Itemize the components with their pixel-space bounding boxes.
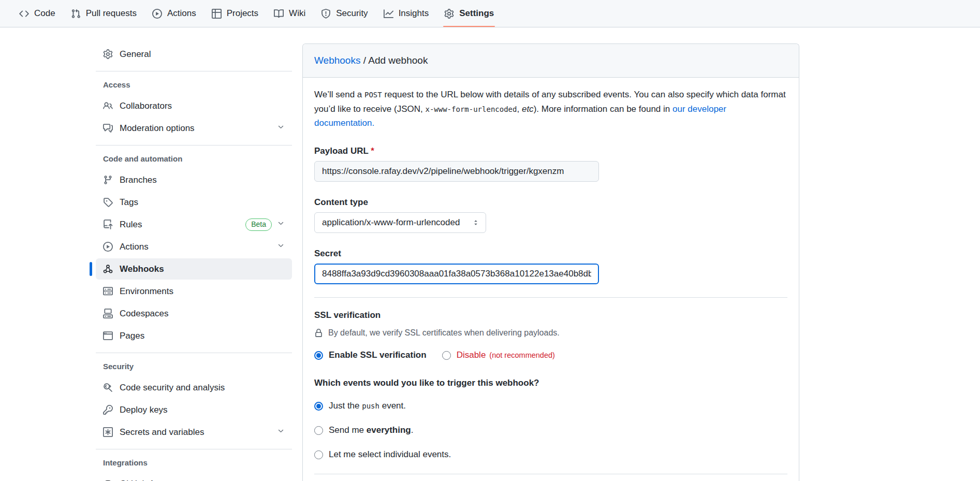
- secret-input[interactable]: [314, 264, 599, 284]
- sidebar-item-label: Tags: [120, 197, 138, 208]
- enable-ssl-radio[interactable]: Enable SSL verification: [314, 350, 427, 360]
- sidebar-item-code-security-and-analysis[interactable]: Code security and analysis: [96, 377, 292, 398]
- sidebar-item-secrets-and-variables[interactable]: Secrets and variables: [96, 421, 292, 443]
- intro-text: .: [372, 118, 375, 128]
- sidebar-item-label: Webhooks: [120, 264, 164, 274]
- gear-icon: [103, 49, 113, 59]
- sidebar-item-tags[interactable]: Tags: [96, 192, 292, 213]
- tab-label: Actions: [167, 8, 196, 19]
- sidebar-item-label: Environments: [120, 286, 173, 297]
- shield-icon: [321, 9, 331, 19]
- sidebar-item-collaborators[interactable]: Collaborators: [96, 95, 292, 116]
- sidebar-item-label: Moderation options: [120, 123, 195, 134]
- discussion-icon: [103, 123, 113, 133]
- disable-ssl-note: (not recommended): [489, 351, 555, 359]
- tab-label: Insights: [399, 8, 429, 19]
- sidebar-item-codespaces[interactable]: Codespaces: [96, 303, 292, 324]
- sidebar-item-label: Pages: [120, 331, 144, 341]
- tab-projects[interactable]: Projects: [204, 0, 266, 27]
- sidebar-section-code-and-automation: Code and automation: [93, 153, 292, 169]
- push-code: push: [362, 402, 379, 410]
- gear-icon: [444, 9, 454, 19]
- webhook-icon: [103, 264, 113, 274]
- sidebar-item-branches[interactable]: Branches: [96, 169, 292, 191]
- tab-label: Code: [34, 8, 55, 19]
- tab-wiki[interactable]: Wiki: [266, 0, 313, 27]
- sidebar-section-access: Access: [93, 79, 292, 95]
- required-asterisk: *: [371, 146, 374, 156]
- chevron-down-icon[interactable]: [277, 242, 285, 252]
- caret-updown-icon: [472, 219, 479, 226]
- git-branch-icon: [103, 175, 113, 185]
- radio-dot[interactable]: [314, 426, 323, 435]
- sidebar-section-security: Security: [93, 361, 292, 377]
- sidebar-divider: [96, 353, 292, 353]
- section-divider: [314, 297, 787, 298]
- sidebar-item-deploy-keys[interactable]: Deploy keys: [96, 399, 292, 420]
- radio-selected-dot[interactable]: [314, 402, 323, 411]
- chevron-down-icon[interactable]: [277, 427, 285, 438]
- sidebar-item-label: Collaborators: [120, 101, 172, 111]
- event-option-just-push[interactable]: Just the push event.: [314, 401, 787, 411]
- sidebar-item-label: Rules: [120, 220, 142, 230]
- content-type-value: application/x-www-form-urlencoded: [322, 217, 460, 228]
- codescan-icon: [103, 383, 113, 392]
- sidebar-item-label: Codespaces: [120, 309, 169, 319]
- radio-selected-dot[interactable]: [314, 351, 323, 360]
- tab-code[interactable]: Code: [11, 0, 63, 27]
- sidebar-item-actions[interactable]: Actions: [96, 236, 292, 257]
- tab-insights[interactable]: Insights: [376, 0, 437, 27]
- breadcrumb: Webhooks / Add webhook: [303, 44, 799, 78]
- sidebar-item-moderation-options[interactable]: Moderation options: [96, 118, 292, 139]
- payload-url-input[interactable]: [314, 161, 599, 182]
- sidebar-divider: [96, 71, 292, 71]
- everything-bold: everything: [367, 425, 411, 435]
- pull-request-icon: [71, 9, 81, 19]
- ssl-note: By default, we verify SSL certificates w…: [314, 328, 787, 338]
- radio-dot[interactable]: [314, 450, 323, 459]
- chevron-down-icon[interactable]: [277, 123, 285, 134]
- event-option-label: Just the push event.: [329, 401, 406, 411]
- event-option-everything[interactable]: Send me everything.: [314, 425, 787, 435]
- disable-ssl-radio[interactable]: Disable (not recommended): [442, 350, 555, 360]
- sidebar-section-integrations: Integrations: [93, 457, 292, 473]
- sidebar-item-label: Secrets and variables: [120, 427, 204, 438]
- tab-security[interactable]: Security: [313, 0, 375, 27]
- beta-badge: Beta: [245, 218, 272, 231]
- tab-actions[interactable]: Actions: [144, 0, 204, 27]
- radio-dot[interactable]: [442, 351, 451, 360]
- etc-italic: etc: [522, 104, 534, 114]
- intro-text: ). More information can be found in: [534, 104, 672, 114]
- sidebar-item-label: Branches: [120, 175, 157, 185]
- tab-label: Security: [336, 8, 368, 19]
- sidebar-item-pages[interactable]: Pages: [96, 325, 292, 346]
- chevron-down-icon[interactable]: [277, 220, 285, 230]
- event-option-individual[interactable]: Let me select individual events.: [314, 449, 787, 460]
- sidebar-divider: [96, 145, 292, 145]
- sidebar-item-github-apps[interactable]: GitHub Apps: [96, 473, 292, 481]
- content-type-label: Content type: [314, 197, 787, 208]
- browser-icon: [103, 331, 113, 341]
- robot-icon: [103, 479, 113, 481]
- content-type-select[interactable]: application/x-www-form-urlencoded: [314, 212, 486, 233]
- sidebar-item-label: Code security and analysis: [120, 383, 225, 393]
- tab-pull-requests[interactable]: Pull requests: [63, 0, 144, 27]
- post-code: POST: [364, 91, 382, 99]
- breadcrumb-webhooks-link[interactable]: Webhooks: [314, 55, 360, 66]
- tab-label: Wiki: [289, 8, 305, 19]
- sidebar-item-environments[interactable]: Environments: [96, 281, 292, 302]
- tab-label: Projects: [227, 8, 258, 19]
- tab-label: Pull requests: [86, 8, 137, 19]
- event-option-label: Let me select individual events.: [329, 449, 451, 460]
- sidebar-item-label: General: [120, 49, 151, 60]
- graph-icon: [384, 9, 393, 19]
- intro-text: We’ll send a: [314, 90, 364, 99]
- book-icon: [274, 9, 284, 19]
- sidebar-item-webhooks[interactable]: Webhooks: [96, 258, 292, 280]
- webhook-intro-text: We’ll send a POST request to the URL bel…: [314, 88, 787, 130]
- sidebar-item-rules[interactable]: Rules Beta: [96, 214, 292, 235]
- repo-tab-nav: Code Pull requests Actions Projects Wiki…: [0, 0, 980, 27]
- sidebar-item-general[interactable]: General: [96, 43, 292, 65]
- add-webhook-panel: Webhooks / Add webhook We’ll send a POST…: [302, 43, 799, 481]
- tab-settings[interactable]: Settings: [436, 0, 502, 27]
